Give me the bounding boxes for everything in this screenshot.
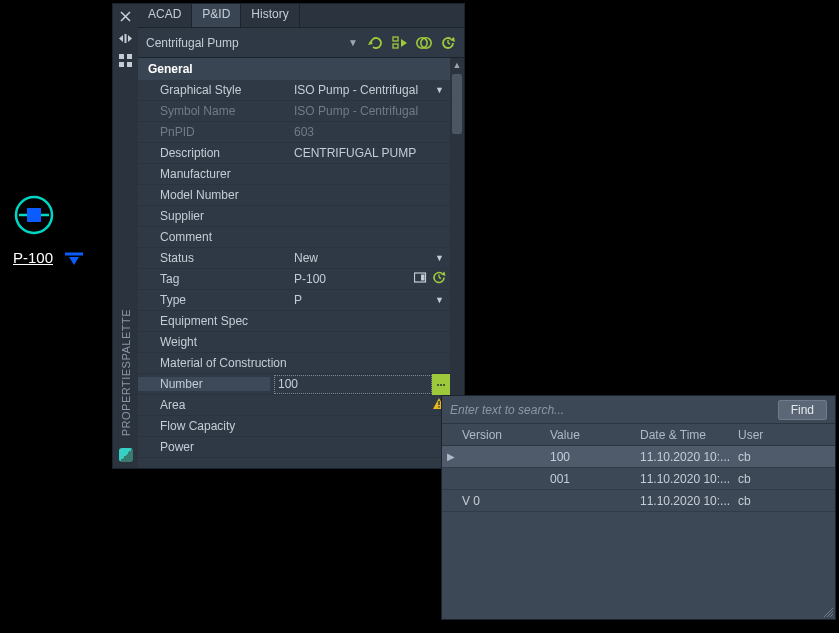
palette-brand-icon[interactable] [119, 448, 133, 462]
property-value[interactable] [270, 374, 450, 394]
property-row[interactable]: Power [138, 437, 450, 458]
history-cell-user: cb [738, 494, 835, 508]
property-value[interactable]: CENTRIFUGAL PUMP [290, 143, 450, 163]
dropdown-caret-icon[interactable]: ▼ [435, 85, 444, 95]
history-cell-version: V 0 [460, 494, 550, 508]
property-row[interactable]: Area [138, 395, 450, 416]
property-value[interactable] [290, 164, 450, 184]
property-row[interactable]: Comment [138, 227, 450, 248]
property-value[interactable] [290, 206, 450, 226]
venn-icon[interactable] [414, 33, 434, 53]
property-value[interactable] [290, 416, 450, 436]
scroll-up-icon[interactable]: ▲ [450, 58, 464, 72]
history-search-input[interactable] [450, 403, 770, 417]
property-label: Power [138, 440, 290, 454]
property-value[interactable] [290, 353, 450, 373]
svg-point-30 [440, 384, 442, 386]
property-row[interactable]: Number [138, 374, 450, 395]
tag-history-icon[interactable] [432, 271, 446, 288]
svg-rect-25 [421, 275, 425, 281]
property-row[interactable]: Manufacturer [138, 164, 450, 185]
property-value[interactable]: New▼ [290, 248, 450, 268]
history-grid: Version Value Date & Time User ▶10011.10… [442, 424, 835, 607]
dropdown-caret-icon[interactable]: ▼ [435, 253, 444, 263]
svg-rect-11 [119, 54, 124, 59]
svg-marker-18 [401, 39, 407, 47]
scroll-thumb[interactable] [452, 74, 462, 134]
property-row[interactable]: Equipment Spec [138, 311, 450, 332]
property-label: Manufacturer [138, 167, 290, 181]
history-header-row: Version Value Date & Time User [442, 424, 835, 446]
col-header-version[interactable]: Version [460, 428, 550, 442]
property-value[interactable] [290, 227, 450, 247]
tab-pid[interactable]: P&ID [192, 4, 241, 27]
property-value-text: 603 [294, 125, 314, 139]
quick-select-icon[interactable] [390, 33, 410, 53]
property-label: Type [138, 293, 290, 307]
property-value[interactable]: 603 [290, 122, 450, 142]
property-value[interactable] [290, 185, 450, 205]
history-row[interactable]: ▶10011.10.2020 10:...cb [442, 446, 835, 468]
find-button[interactable]: Find [778, 400, 827, 420]
tab-history[interactable]: History [241, 4, 299, 27]
property-row[interactable]: Supplier [138, 206, 450, 227]
property-row[interactable]: DescriptionCENTRIFUGAL PUMP [138, 143, 450, 164]
col-header-user[interactable]: User [738, 428, 835, 442]
dropdown-caret-icon[interactable]: ▼ [435, 295, 444, 305]
property-value-input[interactable] [274, 375, 432, 394]
property-label: Equipment Spec [138, 314, 290, 328]
canvas-tag-marker[interactable] [65, 252, 83, 270]
history-row[interactable]: 00111.10.2020 10:...cb [442, 468, 835, 490]
property-row[interactable]: Model Number [138, 185, 450, 206]
history-refresh-icon[interactable] [438, 33, 458, 53]
settings-icon[interactable] [118, 52, 134, 68]
section-header-general[interactable]: General [138, 58, 450, 80]
col-header-date[interactable]: Date & Time [640, 428, 738, 442]
history-cell-user: cb [738, 472, 835, 486]
property-label: Material of Construction [138, 356, 290, 370]
property-value[interactable] [290, 311, 450, 331]
col-header-value[interactable]: Value [550, 428, 640, 442]
property-ellipsis-button[interactable] [432, 374, 450, 395]
history-cell-value: 001 [550, 472, 640, 486]
property-row[interactable]: Graphical StyleISO Pump - Centrifugal▼ [138, 80, 450, 101]
property-row[interactable]: Symbol NameISO Pump - Centrifugal [138, 101, 450, 122]
tag-format-icon[interactable] [414, 272, 428, 287]
svg-rect-13 [119, 62, 124, 67]
refresh-icon[interactable] [366, 33, 386, 53]
property-value[interactable]: ISO Pump - Centrifugal [290, 101, 450, 121]
property-value[interactable] [290, 332, 450, 352]
property-value[interactable]: P-100 [290, 269, 450, 289]
property-value[interactable]: P▼ [290, 290, 450, 310]
svg-marker-15 [368, 41, 373, 45]
property-row[interactable]: StatusNew▼ [138, 248, 450, 269]
tab-acad[interactable]: ACAD [138, 4, 192, 27]
history-row[interactable]: V 011.10.2020 10:...cb [442, 490, 835, 512]
property-label: Comment [138, 230, 290, 244]
autohide-icon[interactable] [118, 30, 134, 46]
history-cell-date: 11.10.2020 10:... [640, 494, 738, 508]
close-icon[interactable] [118, 8, 134, 24]
property-row[interactable]: Material of Construction [138, 353, 450, 374]
resize-grip[interactable] [823, 607, 833, 617]
property-row[interactable]: PnPID603 [138, 122, 450, 143]
property-value[interactable] [290, 395, 450, 415]
object-name[interactable]: Centrifugal Pump [146, 36, 340, 50]
property-row[interactable]: TypeP▼ [138, 290, 450, 311]
property-value[interactable] [290, 437, 450, 457]
svg-marker-21 [450, 37, 455, 42]
canvas-pump-symbol[interactable] [13, 194, 55, 236]
canvas-tag-label[interactable]: P-100 [13, 249, 53, 267]
property-value[interactable]: ISO Pump - Centrifugal▼ [290, 80, 450, 100]
property-value-text: P-100 [294, 272, 326, 286]
history-cell-date: 11.10.2020 10:... [640, 472, 738, 486]
property-label: Number [138, 377, 270, 391]
property-label: Area [138, 398, 290, 412]
svg-point-31 [443, 384, 445, 386]
palette-sidebar: PROPERTIESPALETTE [113, 4, 138, 468]
property-row[interactable]: TagP-100 [138, 269, 450, 290]
object-dropdown-caret[interactable]: ▼ [344, 37, 362, 48]
property-row[interactable]: Flow Capacity [138, 416, 450, 437]
object-selector-row: Centrifugal Pump ▼ [138, 28, 464, 58]
property-row[interactable]: Weight [138, 332, 450, 353]
